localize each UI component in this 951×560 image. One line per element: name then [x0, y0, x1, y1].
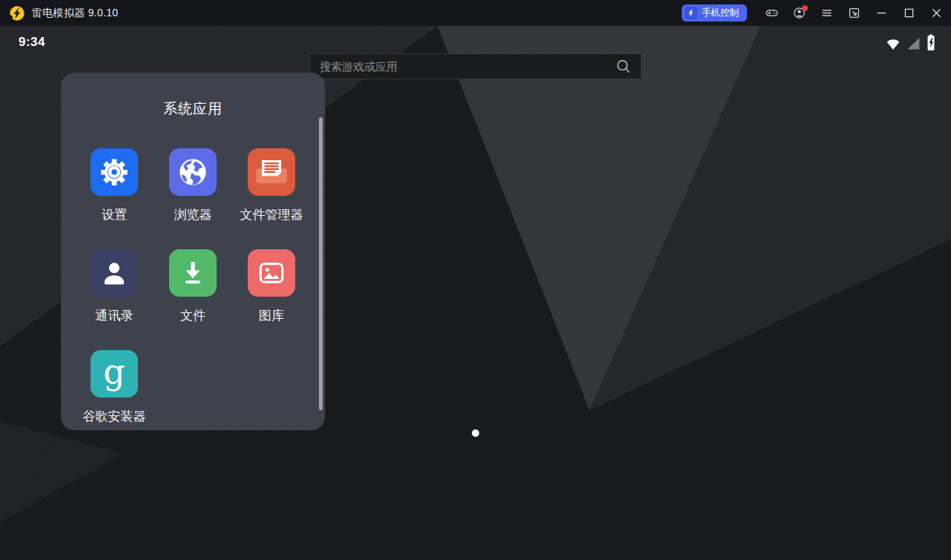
close-icon [930, 7, 943, 19]
maximize-icon [903, 7, 915, 19]
phone-control-label: 手机控制 [702, 7, 739, 19]
lightning-icon [685, 7, 697, 19]
app-settings[interactable]: 设置 [75, 148, 154, 249]
android-screen: 9:34 [0, 26, 951, 560]
app-browser[interactable]: 浏览器 [154, 148, 232, 249]
page-indicator-dot [472, 429, 479, 437]
ldplayer-logo-icon [9, 5, 25, 22]
google-g-glyph: g [103, 355, 125, 389]
app-label: 文件管理器 [240, 206, 303, 223]
search-input[interactable] [320, 60, 616, 73]
app-label: 浏览器 [174, 206, 212, 223]
close-button[interactable] [929, 4, 944, 22]
file-manager-icon [248, 148, 295, 196]
resize-icon [848, 7, 860, 19]
gallery-icon [248, 249, 295, 297]
app-files[interactable]: 文件 [154, 249, 232, 350]
app-label: 图库 [259, 307, 284, 324]
minimize-button[interactable] [874, 4, 889, 22]
app-label: 谷歌安装器 [83, 408, 146, 425]
globe-icon [169, 148, 217, 196]
maximize-button[interactable] [901, 4, 916, 22]
app-grid: 设置 浏览器 [61, 148, 325, 451]
minimize-icon [875, 7, 888, 19]
scrollbar-thumb[interactable] [319, 117, 323, 410]
folder-title: 系统应用 [61, 73, 325, 119]
cell-signal-icon [906, 36, 921, 51]
search-icon[interactable] [616, 59, 631, 74]
menu-icon [820, 7, 833, 19]
status-icons [885, 34, 936, 51]
app-gallery[interactable]: 图库 [232, 249, 311, 350]
app-google-installer[interactable]: g 谷歌安装器 [75, 350, 154, 451]
folder-panel: 系统应用 设置 [61, 73, 325, 430]
app-file-manager[interactable]: 文件管理器 [232, 148, 311, 249]
profile-button[interactable] [792, 4, 806, 22]
notification-dot [802, 5, 808, 11]
menu-button[interactable] [819, 4, 834, 22]
titlebar-right: 手机控制 [682, 4, 944, 22]
person-icon [91, 249, 138, 297]
status-bar: 9:34 [0, 26, 951, 54]
battery-charging-icon [926, 34, 936, 51]
gamepad-button[interactable] [764, 4, 779, 22]
ldplayer-window: 雷电模拟器 9.0.10 手机控制 [0, 0, 951, 560]
search-bar[interactable] [309, 53, 642, 79]
wifi-icon [885, 36, 901, 51]
resize-button[interactable] [846, 4, 861, 22]
clock: 9:34 [19, 35, 45, 50]
phone-control-button[interactable]: 手机控制 [682, 4, 747, 22]
gamepad-icon [766, 10, 777, 16]
window-title: 雷电模拟器 9.0.10 [32, 7, 118, 20]
app-label: 通讯录 [96, 307, 134, 324]
titlebar-left: 雷电模拟器 9.0.10 [9, 5, 118, 22]
google-g-icon: g [91, 350, 138, 398]
app-label: 设置 [102, 206, 127, 223]
app-contacts[interactable]: 通讯录 [75, 249, 154, 350]
app-label: 文件 [180, 307, 205, 324]
titlebar: 雷电模拟器 9.0.10 手机控制 [0, 0, 951, 26]
gear-icon [91, 148, 138, 196]
download-icon [169, 249, 217, 297]
